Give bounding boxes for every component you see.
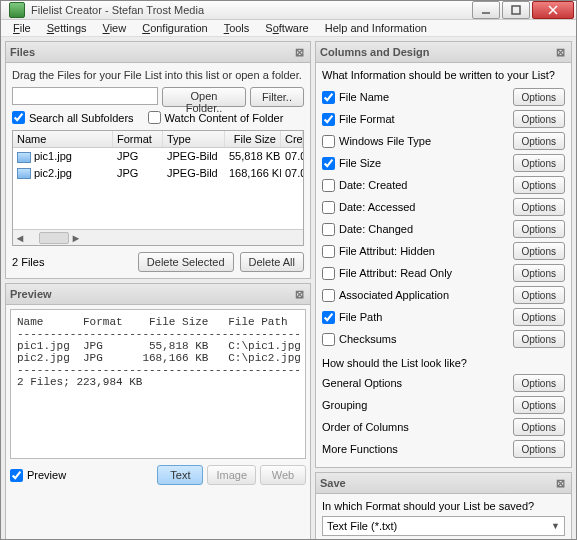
look-options-button[interactable]: Options bbox=[513, 440, 565, 458]
column-option[interactable]: File Name bbox=[322, 91, 513, 104]
menu-configuration[interactable]: Configuration bbox=[134, 20, 215, 36]
file-count: 2 Files bbox=[12, 256, 44, 268]
close-button[interactable] bbox=[532, 1, 574, 19]
column-option[interactable]: File Format bbox=[322, 113, 513, 126]
open-folder-button[interactable]: Open Folder.. bbox=[162, 87, 246, 107]
column-options-button[interactable]: Options bbox=[513, 154, 565, 172]
files-panel: Files ⊠ Drag the Files for your File Lis… bbox=[5, 41, 311, 279]
column-options-button[interactable]: Options bbox=[513, 308, 565, 326]
preview-checkbox[interactable]: Preview bbox=[10, 469, 66, 482]
files-panel-close-icon[interactable]: ⊠ bbox=[292, 45, 306, 59]
app-icon bbox=[9, 2, 25, 18]
minimize-button[interactable] bbox=[472, 1, 500, 19]
column-option[interactable]: File Attribut: Hidden bbox=[322, 245, 513, 258]
preview-web-button[interactable]: Web bbox=[260, 465, 306, 485]
titlebar: Filelist Creator - Stefan Trost Media bbox=[1, 1, 576, 20]
menu-file[interactable]: File bbox=[5, 20, 39, 36]
menu-tools[interactable]: Tools bbox=[216, 20, 258, 36]
menubar: File Settings View Configuration Tools S… bbox=[1, 20, 576, 37]
look-item-label: Order of Columns bbox=[322, 421, 513, 433]
column-option[interactable]: Date: Accessed bbox=[322, 201, 513, 214]
files-panel-title: Files bbox=[10, 46, 35, 58]
preview-panel-title: Preview bbox=[10, 288, 52, 300]
column-options-button[interactable]: Options bbox=[513, 176, 565, 194]
col-header-format[interactable]: Format bbox=[113, 131, 163, 147]
menu-view[interactable]: View bbox=[95, 20, 135, 36]
column-options-button[interactable]: Options bbox=[513, 220, 565, 238]
delete-selected-button[interactable]: Delete Selected bbox=[138, 252, 234, 272]
window-title: Filelist Creator - Stefan Trost Media bbox=[31, 4, 204, 16]
look-options-button[interactable]: Options bbox=[513, 418, 565, 436]
look-options-button[interactable]: Options bbox=[513, 396, 565, 414]
menu-settings[interactable]: Settings bbox=[39, 20, 95, 36]
folder-path-input[interactable] bbox=[12, 87, 158, 105]
column-option[interactable]: Associated Application bbox=[322, 289, 513, 302]
column-option[interactable]: Checksums bbox=[322, 333, 513, 346]
column-options-button[interactable]: Options bbox=[513, 286, 565, 304]
column-option[interactable]: File Attribut: Read Only bbox=[322, 267, 513, 280]
search-subfolders-checkbox[interactable]: Search all Subfolders bbox=[12, 111, 134, 124]
chevron-down-icon: ▼ bbox=[551, 521, 560, 531]
file-icon bbox=[17, 152, 31, 163]
table-row[interactable]: pic1.jpgJPGJPEG-Bild55,818 KB07.04.20 bbox=[13, 148, 303, 165]
column-option[interactable]: File Size bbox=[322, 157, 513, 170]
col-header-name[interactable]: Name bbox=[13, 131, 113, 147]
file-icon bbox=[17, 168, 31, 179]
horizontal-scrollbar[interactable]: ◄ ► bbox=[13, 229, 303, 245]
preview-text-button[interactable]: Text bbox=[157, 465, 203, 485]
column-options-button[interactable]: Options bbox=[513, 264, 565, 282]
column-options-button[interactable]: Options bbox=[513, 110, 565, 128]
column-options-button[interactable]: Options bbox=[513, 242, 565, 260]
maximize-button[interactable] bbox=[502, 1, 530, 19]
column-options-button[interactable]: Options bbox=[513, 330, 565, 348]
column-option[interactable]: File Path bbox=[322, 311, 513, 324]
menu-software[interactable]: Software bbox=[257, 20, 316, 36]
column-option[interactable]: Date: Created bbox=[322, 179, 513, 192]
filter-button[interactable]: Filter.. bbox=[250, 87, 304, 107]
column-options-button[interactable]: Options bbox=[513, 198, 565, 216]
columns-panel-title: Columns and Design bbox=[320, 46, 429, 58]
col-header-size[interactable]: File Size bbox=[225, 131, 281, 147]
menu-help[interactable]: Help and Information bbox=[317, 20, 435, 36]
look-options-button[interactable]: Options bbox=[513, 374, 565, 392]
files-table: Name Format Type File Size Created pic1.… bbox=[12, 130, 304, 246]
save-panel: Save ⊠ In which Format should your List … bbox=[315, 472, 572, 540]
preview-panel-close-icon[interactable]: ⊠ bbox=[292, 287, 306, 301]
look-item-label: More Functions bbox=[322, 443, 513, 455]
delete-all-button[interactable]: Delete All bbox=[240, 252, 304, 272]
svg-rect-0 bbox=[512, 6, 520, 14]
columns-hint: What Information should be written to yo… bbox=[322, 69, 565, 81]
save-hint: In which Format should your List be save… bbox=[322, 500, 565, 512]
column-option[interactable]: Windows File Type bbox=[322, 135, 513, 148]
save-format-combo[interactable]: Text File (*.txt) ▼ bbox=[322, 516, 565, 536]
columns-panel-close-icon[interactable]: ⊠ bbox=[553, 45, 567, 59]
column-option[interactable]: Date: Changed bbox=[322, 223, 513, 236]
preview-image-button[interactable]: Image bbox=[207, 465, 256, 485]
look-item-label: Grouping bbox=[322, 399, 513, 411]
look-item-label: General Options bbox=[322, 377, 513, 389]
col-header-type[interactable]: Type bbox=[163, 131, 225, 147]
watch-content-checkbox[interactable]: Watch Content of Folder bbox=[148, 111, 284, 124]
preview-panel: Preview ⊠ Name Format File Size File Pat… bbox=[5, 283, 311, 540]
col-header-created[interactable]: Created bbox=[281, 131, 303, 147]
columns-design-panel: Columns and Design ⊠ What Information sh… bbox=[315, 41, 572, 468]
table-row[interactable]: pic2.jpgJPGJPEG-Bild168,166 KB07.04.20 bbox=[13, 165, 303, 182]
save-panel-title: Save bbox=[320, 477, 346, 489]
column-options-button[interactable]: Options bbox=[513, 88, 565, 106]
column-options-button[interactable]: Options bbox=[513, 132, 565, 150]
look-hint: How should the List look like? bbox=[322, 357, 565, 369]
save-panel-close-icon[interactable]: ⊠ bbox=[553, 476, 567, 490]
drag-hint: Drag the Files for your File List into t… bbox=[12, 69, 304, 81]
preview-text: Name Format File Size File Path --------… bbox=[10, 309, 306, 459]
